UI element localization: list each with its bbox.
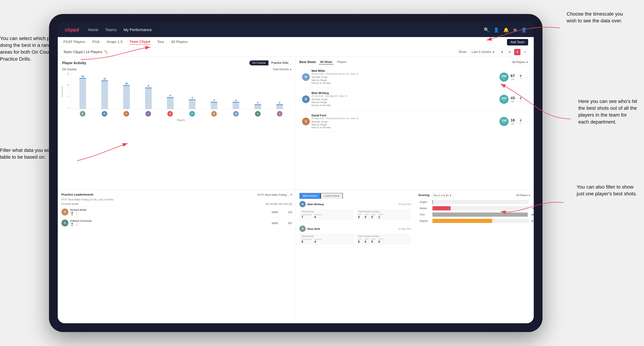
activity-card-header-britt: R Rees Britt 02 Sep 2023 (300, 226, 411, 232)
bar-highlight (145, 88, 152, 88)
leaderboard-avatar-crossman: E (62, 219, 68, 226)
shot-avatar-ford: D (302, 118, 310, 125)
activity-player-name-mcharg: Blair McHarg (308, 203, 324, 206)
view-grid2-icon[interactable]: ⊟ (506, 49, 513, 55)
shot-stat-num-ford: 16 (511, 118, 515, 123)
shot-player-meta-mcharg: 23 Jul 2023 · Ashridge GC, Hole 15 (312, 95, 497, 97)
bar-group-coles: 9 (138, 73, 158, 109)
nav-link-teams[interactable]: Teams (105, 28, 116, 32)
shot-stat-unit-ford: yds (511, 123, 514, 125)
chevron-right-icon-ford[interactable]: › (526, 120, 528, 123)
subnav-pgat[interactable]: PGAT Players (63, 40, 85, 44)
subnav-team-clippd[interactable]: Team Clippd (130, 40, 150, 45)
nav-icons: 🔍 👤 🔔 ⊕ 👤 (484, 27, 527, 33)
chevron-right-icon-miller[interactable]: › (526, 75, 528, 79)
shot-details-miller: Shot Dist: 67 ydsStart Lie: RoughEnd Lie… (312, 76, 497, 85)
bar-crossman (254, 104, 261, 109)
tournament-label-britt: Tournament (302, 238, 312, 240)
avatar-coles: J (138, 111, 158, 117)
scoring-bar-eagles (432, 200, 433, 204)
chart-subheader: On Course Total Rounds ▾ (62, 68, 292, 71)
scoring-players-filter[interactable]: All Players ▾ (516, 194, 530, 197)
nav-link-performance[interactable]: My Performance (124, 28, 152, 32)
chevron-down-icon: ▾ (493, 50, 494, 54)
practice-stat-britt: Practice 4 (314, 238, 322, 243)
leaderboard-row-butler[interactable]: R Richard Butler 🥇 1 19/20 110 (62, 206, 292, 218)
leaderboard-name-text-butler: Richard Butler (70, 208, 87, 211)
nav-link-home[interactable]: Home (88, 28, 98, 32)
edit-icon[interactable]: ✏️ (104, 50, 108, 54)
scoring-label-bogeys: Bogeys (420, 219, 430, 222)
shot-stat-zero-num-ford: 0 (520, 119, 522, 122)
least-active-tab[interactable]: Least Active (321, 193, 343, 199)
y-label-10: 10 (67, 84, 69, 86)
on-course-toggle[interactable]: On Course (249, 60, 268, 65)
shot-player-name-mcharg: Blair McHarg (312, 92, 497, 95)
leaderboard-name-text-crossman: Edward Crossman (70, 219, 92, 222)
shot-player-details-miller: Matt Miller 09 Jun 2023 · Royal North De… (312, 69, 497, 85)
bar-mcharg (80, 78, 86, 109)
subnav-all-players[interactable]: All Players (171, 40, 188, 44)
avatar-robertson: L (270, 111, 290, 117)
tablet-screen: clippd Home Teams My Performance 🔍 👤 🔔 ⊕… (58, 23, 534, 323)
shot-card-mcharg[interactable]: B Blair McHarg 23 Jul 2023 · Ashridge GC… (300, 89, 530, 109)
view-grid4-icon[interactable]: ⊞ (499, 49, 505, 55)
bar-miller (232, 102, 239, 109)
bell-icon[interactable]: 🔔 (503, 27, 509, 33)
leaderboard-row-crossman[interactable]: E Edward Crossman 🥈 2 18/20 107 (62, 218, 292, 229)
annotation-player-filter: You can also filter to showjust one play… (576, 183, 637, 197)
avatar-icon[interactable]: 👤 (521, 27, 527, 33)
search-icon[interactable]: 🔍 (484, 27, 489, 33)
activity-tabs: Most Active Least Active (300, 193, 411, 199)
leaderboard-badges-crossman: 🥈 2 (70, 223, 92, 227)
shot-card-ford[interactable]: D David Ford 24 Aug 2023 · Royal North D… (300, 111, 530, 132)
tournament-stat-mcharg: Tournament 7 (302, 213, 312, 219)
shot-player-info-ford: D David Ford 24 Aug 2023 · Royal North D… (302, 114, 497, 129)
all-shots-tab[interactable]: All Shots (319, 60, 334, 64)
scoring-bar-value-pars: 499 (531, 213, 534, 216)
chart-filter-dropdown[interactable]: Total Rounds ▾ (273, 68, 292, 71)
chevron-down-icon: ▾ (526, 60, 528, 64)
bar-group-robertson: 2 (270, 73, 290, 109)
gtt-value-mcharg: 0 (358, 216, 362, 219)
shot-stat-num-mcharg: 43 (511, 96, 515, 100)
add-team-button[interactable]: Add Team (507, 39, 528, 45)
players-tab[interactable]: Players (336, 60, 348, 64)
shot-stat-zero-unit-ford: yls (520, 122, 522, 124)
best-shots-players-filter[interactable]: All Players ▾ (510, 60, 530, 65)
most-active-section: Most Active Least Active B Blair McHarg … (296, 190, 415, 323)
avatar-britt: R (94, 111, 114, 117)
bar-robertson (276, 104, 283, 109)
scoring-filter-dropdown[interactable]: Par 3, 4 & 5s ▾ (432, 193, 453, 197)
shot-stat-yds-ford: 16 yds (511, 118, 515, 125)
subnav-tour[interactable]: Tour (157, 40, 164, 44)
chevron-right-icon-mcharg[interactable]: › (526, 98, 528, 101)
view-heart-icon[interactable]: ♥ (514, 49, 520, 55)
total-rounds-block-britt: Total Rounds Tournament 8 Practice 4 (300, 234, 354, 245)
most-active-tab[interactable]: Most Active (300, 193, 321, 199)
practice-drills-toggle[interactable]: Practice Drills (268, 60, 291, 65)
subnav-pga[interactable]: PGA (92, 40, 100, 44)
shot-stat-zero-num-mcharg: 0 (520, 97, 522, 100)
app-stat-mcharg: APP 0 (365, 213, 368, 219)
view-settings-icon[interactable]: ≡ (522, 49, 528, 55)
scoring-bar-birdies (432, 206, 451, 210)
shot-badge-label-ford: SG (503, 122, 505, 124)
shot-card-miller[interactable]: M Matt Miller 09 Jun 2023 · Royal North … (300, 67, 530, 87)
subnav-hcaps[interactable]: Hcaps 1-5 (106, 40, 122, 44)
tournament-value-mcharg: 7 (302, 216, 312, 219)
scoring-bars: Eagles 3 Birdies 96 (418, 200, 530, 223)
players-filter-label: All Players (512, 61, 525, 64)
team-header: Team Clippd | 14 Players ✏️ Show: Last 3… (58, 47, 534, 57)
bar-label-3b: 3 (235, 99, 236, 102)
timescale-dropdown[interactable]: Last 3 months ▾ (469, 49, 497, 55)
plus-circle-icon[interactable]: ⊕ (513, 27, 517, 33)
bar-label-2a: 2 (257, 102, 258, 104)
bar-ford (123, 85, 130, 109)
activity-stats-mcharg: Total Rounds Tournament 7 Practice 6 (300, 209, 411, 220)
leaderboard-filter-dropdown[interactable]: PUTT Must Make Putting ... ▾ (258, 193, 292, 196)
chart-section-label: On Course (62, 68, 76, 71)
activity-player-name-britt: Rees Britt (308, 227, 320, 230)
main-content: Player Activity On Course Practice Drill… (58, 57, 534, 323)
users-icon[interactable]: 👤 (494, 27, 499, 33)
